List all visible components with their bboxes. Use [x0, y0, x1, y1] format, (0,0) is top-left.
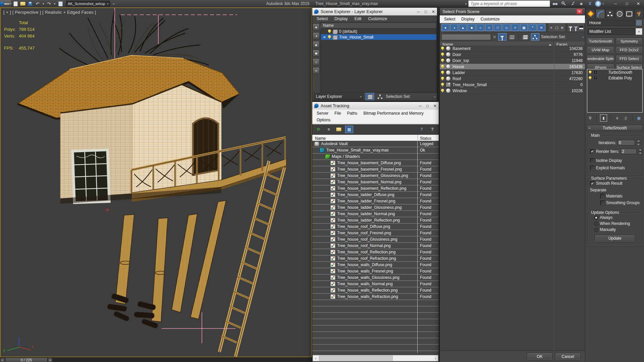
hierarchy-view-button[interactable] [531, 33, 539, 41]
name-column-header[interactable]: Name [312, 136, 418, 141]
visibility-bulb-icon[interactable] [441, 77, 444, 80]
footer-overflow-chevrons[interactable]: » [434, 95, 435, 99]
asset-row[interactable]: Tree_house_walls_Normal.png Found [312, 281, 439, 287]
tab-display[interactable] [625, 9, 634, 18]
workspace-selector[interactable]: AK_Screenshot_wrksp ▾ [66, 1, 110, 7]
menu-item[interactable]: Edit [352, 16, 365, 22]
object-name-field[interactable]: House [587, 19, 635, 26]
menu-item[interactable]: Select [441, 16, 458, 22]
smoothing-groups-checkbox[interactable] [600, 200, 605, 205]
detail-view-button[interactable]: ≣ [560, 24, 565, 31]
scroll-left-arrow[interactable]: ‹ [313, 355, 318, 361]
configure-modifier-sets-icon[interactable]: ▦ [636, 115, 642, 121]
isoline-checkbox[interactable] [590, 158, 595, 163]
list-view-button[interactable]: ≡ [325, 126, 332, 133]
display-filter-button[interactable]: ■ [468, 24, 476, 31]
modifier-bulb-icon[interactable] [589, 76, 591, 80]
tab-hierarchy[interactable] [605, 9, 615, 18]
infocenter-search-input[interactable]: Type a keyword or phrase [468, 0, 550, 7]
iterations-spinner[interactable]: ▲▼ [636, 139, 641, 146]
asset-row[interactable]: Tree_house_ladder_Diffuse.png Found [312, 192, 439, 198]
refresh-button[interactable]: ⟳ [315, 126, 322, 133]
viewport-label[interactable]: [ + ] [ Perspective ] [ Realistic + Edge… [3, 10, 96, 15]
modifier-list-dropdown[interactable]: Modifier List [587, 28, 635, 35]
explorer-mode-combo[interactable]: Layer Explorer ▾ [314, 94, 364, 100]
scene-object-row[interactable]: Door 9776 [440, 52, 585, 58]
asset-row[interactable]: Tree_house_ladder_Reflection.png Found [312, 217, 439, 224]
menu-item[interactable]: Select [314, 16, 331, 22]
modifier-bulb-icon[interactable] [589, 71, 591, 74]
scene-object-row[interactable]: House 163436 [440, 64, 585, 70]
always-radio[interactable] [594, 216, 598, 220]
display-filter-button[interactable]: ◑ [450, 24, 458, 31]
asset-row[interactable]: Tree_house_ladder_Glossiness.png Found [312, 204, 439, 211]
scroll-right-arrow[interactable]: › [433, 355, 438, 361]
clear-search-icon[interactable]: ✕ [493, 35, 496, 40]
display-filter-button[interactable]: > [511, 24, 519, 31]
update-button[interactable]: Update [595, 235, 635, 242]
menu-item[interactable]: File [331, 110, 344, 117]
search-button[interactable] [551, 1, 559, 7]
layer-filter-button[interactable] [508, 34, 516, 40]
close-button[interactable]: ✕ [633, 0, 644, 7]
save-file-button[interactable] [26, 0, 34, 7]
asset-row[interactable]: Tree_house_roof_Glossiness.png Found [312, 236, 439, 243]
modifier-shortcut-button[interactable]: UVW Map [587, 46, 614, 53]
viewport-canvas[interactable] [1, 8, 311, 357]
tab-motion[interactable] [615, 9, 624, 18]
layer-view-button[interactable] [522, 34, 529, 40]
visibility-bulb-icon[interactable] [441, 89, 444, 93]
scene-explorer-minimize[interactable]: ─ [417, 9, 420, 14]
visibility-bulb-icon[interactable] [441, 47, 444, 50]
column-chooser-button[interactable]: ▢ [554, 24, 559, 31]
next-frame-button[interactable]: > [48, 358, 53, 362]
sfs-close-button[interactable]: ✕ [576, 9, 583, 14]
visibility-bulb-icon[interactable] [441, 65, 444, 68]
open-file-button[interactable] [19, 0, 26, 7]
asset-row[interactable]: Tree_House_Small_max_vray.max Ok [312, 147, 439, 154]
modifier-shortcut-button[interactable]: FFD 2x2x2 [616, 46, 643, 53]
asset-row[interactable]: Tree_house_roof_Fresnel.png Found [312, 230, 439, 236]
make-unique-icon[interactable]: ∨ [614, 115, 620, 121]
redo-dropdown[interactable]: ▾ [53, 0, 57, 7]
scene-explorer-maximize[interactable]: □ [425, 9, 427, 14]
menu-item[interactable]: Server [314, 110, 331, 117]
asset-horizontal-scrollbar[interactable]: ‹ › [313, 355, 438, 361]
asset-row[interactable]: Tree_house_basement_Normal.png Found [312, 179, 439, 185]
redo-button[interactable]: ↷ [45, 0, 53, 7]
menu-item[interactable]: Display [458, 16, 477, 22]
display-filter-icon[interactable]: ○ [313, 58, 320, 65]
scene-object-row[interactable]: Ladder 17630 [440, 70, 585, 76]
render-iters-field[interactable]: 2 [621, 148, 637, 154]
cancel-button[interactable]: Cancel [555, 353, 581, 361]
asset-row[interactable]: Tree_house_walls_Glossiness.png Found [312, 275, 439, 281]
scene-object-row[interactable]: Roof 472260 [440, 76, 585, 82]
web-help-button[interactable]: ? [418, 126, 425, 133]
menu-item[interactable]: Paths [344, 110, 361, 117]
asset-row[interactable]: Tree_house_roof_Diffuse.png Found [312, 224, 439, 230]
table-view-button[interactable]: ▦ [345, 126, 353, 133]
pin-stack-icon[interactable]: ⚲ [587, 115, 593, 121]
new-scene-button[interactable] [12, 0, 19, 7]
menu-item[interactable]: Options [314, 117, 333, 123]
scrollbar-thumb[interactable] [319, 356, 393, 361]
asset-tracking-titlebar[interactable]: Asset Tracking ─ □ ✕ [312, 102, 439, 110]
tab-utilities[interactable] [634, 9, 644, 18]
subscription-button[interactable] [560, 1, 568, 7]
application-menu-button[interactable]: MAX ▾ [0, 0, 12, 7]
modifier-shortcut-button[interactable]: Symmetry [616, 38, 643, 45]
layer-row[interactable]: ▶ Tree_House_Small [321, 34, 436, 40]
remove-modifier-icon[interactable]: ▯ [623, 115, 629, 121]
modifier-shortcut-button[interactable]: TurboSmooth [587, 38, 614, 45]
exchange-apps-button[interactable]: X [586, 1, 594, 7]
iterations-field[interactable]: 0 [618, 140, 635, 145]
scene-object-row[interactable]: Window 10226 [440, 88, 585, 94]
display-filter-icon[interactable]: ● [313, 23, 320, 31]
asset-row[interactable]: Tree_house_roof_Reflection.png Found [312, 249, 439, 255]
asset-row[interactable]: Tree_house_walls_Refraction.png Found [312, 294, 439, 300]
sfs-search-input[interactable] [441, 34, 491, 40]
asset-tracking-maximize[interactable]: □ [426, 104, 429, 108]
expand-plus-icon[interactable]: + [594, 70, 597, 74]
asset-row[interactable]: Tree_house_basement_Reflection.png Found [312, 185, 439, 192]
asset-row[interactable]: Tree_house_basement_Glossiness.png Found [312, 173, 439, 179]
